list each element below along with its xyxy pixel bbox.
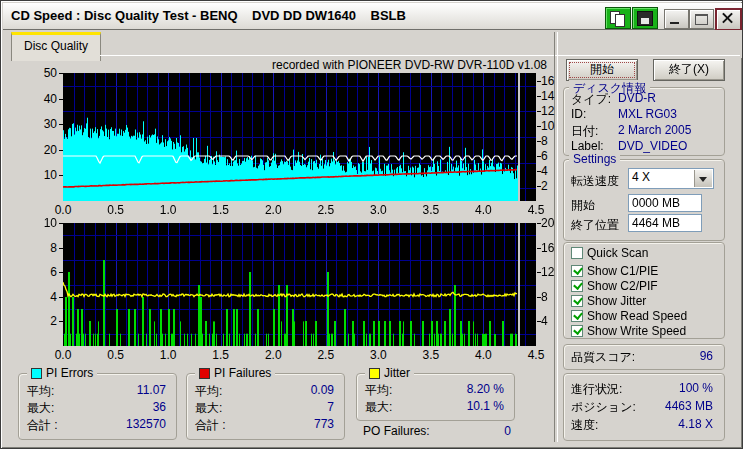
axis-tick-mark [537,141,541,142]
axis-tick-label: 10 [541,119,565,133]
axis-tick-label: 10 [27,216,57,230]
start-button[interactable]: 開始 [566,59,638,81]
axis-tick-label: 16 [541,241,565,255]
axis-tick-mark [59,248,63,249]
axis-tick-label: 30 [27,117,57,131]
axis-tick-label: 20 [27,143,57,157]
stat-label: 合計 : [27,418,58,432]
minimize-button[interactable] [664,9,689,29]
dropdown-button[interactable] [694,170,712,187]
axis-tick-label: 3.0 [363,348,393,362]
disc-date-label: 日付: [571,123,598,140]
maximize-button[interactable] [689,9,714,29]
jitter-legend-chip [369,368,380,379]
save-icon[interactable] [632,7,658,29]
axis-tick-mark [537,81,541,82]
end-position-value: 4464 MB [632,216,680,230]
pi-errors-stats-label: PI Errors [46,366,93,380]
axis-tick-mark [537,186,541,187]
axis-tick-mark [537,156,541,157]
axis-tick-mark [537,96,541,97]
po-failures-value: 0 [504,424,511,438]
checkbox-show-read-speed[interactable] [571,310,583,322]
stat-label: 合計 : [195,418,226,432]
axis-tick-mark [537,126,541,127]
stat-label: 平均: [27,384,54,398]
maximize-icon [695,14,708,25]
axis-tick-label: 0.0 [48,203,78,217]
axis-tick-label: 1.5 [206,203,236,217]
disc-type-value: DVD-R [618,91,656,105]
checkbox-show-c2-pif[interactable] [571,280,583,292]
axis-tick-label: 1.5 [206,348,236,362]
stat-value: 0.09 [311,383,334,397]
checkbox-show-c1-pie[interactable] [571,265,583,277]
checkbox-show-write-speed[interactable] [571,325,583,337]
checkbox-label: Show Write Speed [587,324,686,338]
axis-tick-mark [537,171,541,172]
axis-tick-mark [537,248,541,249]
axis-tick-label: 4.0 [468,348,498,362]
tab-disc-quality[interactable]: Disc Quality [11,32,101,61]
window-title: CD Speed : Disc Quality Test - BENQ DVD … [11,8,406,23]
axis-tick-label: 2 [27,314,57,328]
start-position-value: 0000 MB [632,196,680,210]
app-window: CD Speed : Disc Quality Test - BENQ DVD … [0,0,743,449]
disc-label-label: Label: [571,139,604,153]
axis-tick-label: 6 [27,265,57,279]
axis-tick-label: 0.5 [101,348,131,362]
stat-value: 8.20 % [467,382,504,396]
axis-tick-label: 0.5 [101,203,131,217]
pi-failures-legend-chip [199,368,210,379]
axis-tick-mark [537,297,541,298]
recorded-with-text: recorded with PIONEER DVD-RW DVR-110D v1… [161,58,547,72]
axis-tick-mark [537,223,541,224]
axis-tick-mark [537,321,541,322]
axis-tick-label: 10 [27,168,57,182]
axis-tick-mark [59,124,63,125]
close-button[interactable] [715,8,742,31]
pi-errors-chart-canvas [63,73,536,201]
stat-label: 平均: [365,383,392,397]
axis-tick-label: 4.5 [521,348,551,362]
axis-tick-label: 4.0 [468,203,498,217]
axis-tick-label: 2.5 [311,348,341,362]
start-position-field[interactable]: 0000 MB [628,194,702,212]
jitter-stats-label: Jitter [384,366,410,380]
stat-row: 平均:0.09 [195,383,336,400]
po-failures-label: PO Failures: [363,424,430,438]
stat-row: 合計 :773 [195,417,336,434]
checkbox-quick-scan[interactable] [571,247,583,259]
exit-button-label: 終了(X) [669,62,709,76]
stat-value: 11.07 [137,383,166,397]
axis-tick-label: 12 [541,104,565,118]
pi-failures-stats-label: PI Failures [214,366,271,380]
speed-readout-value: 4.18 X [603,417,713,431]
pi-errors-stats-title: PI Errors [27,366,97,380]
pi-failures-stats-box: PI Failures 平均:0.09 最大:7 合計 :773 [186,373,345,440]
axis-tick-label: 16 [541,74,565,88]
axis-tick-label: 1.0 [153,348,183,362]
checkbox-label: Show C1/PIE [587,264,658,278]
pi-failures-chart-canvas [63,223,536,346]
exit-button[interactable]: 終了(X) [653,59,725,81]
axis-tick-label: 4 [27,290,57,304]
floppy-icon [637,11,653,26]
axis-tick-label: 2.0 [258,203,288,217]
speed-select[interactable]: 4 X [628,168,714,189]
copy-icon[interactable] [605,7,631,29]
axis-tick-label: 4 [541,164,565,178]
progress-value: 100 % [603,381,713,395]
axis-tick-label: 4 [541,314,565,328]
jitter-stats-box: Jitter 平均:8.20 % 最大:10.1 % [356,373,515,421]
end-position-field[interactable]: 4464 MB [628,214,702,232]
axis-tick-label: 3.5 [416,348,446,362]
stat-row: 合計 :132570 [27,417,168,434]
checkbox-show-jitter[interactable] [571,295,583,307]
start-position-label: 開始 [571,197,595,214]
checkbox-label: Show C2/PIF [587,279,658,293]
disc-id-label: ID: [571,107,586,121]
axis-tick-label: 1.0 [153,203,183,217]
speed-readout-label: 速度: [571,417,598,434]
tab-strip-edge [100,55,740,56]
